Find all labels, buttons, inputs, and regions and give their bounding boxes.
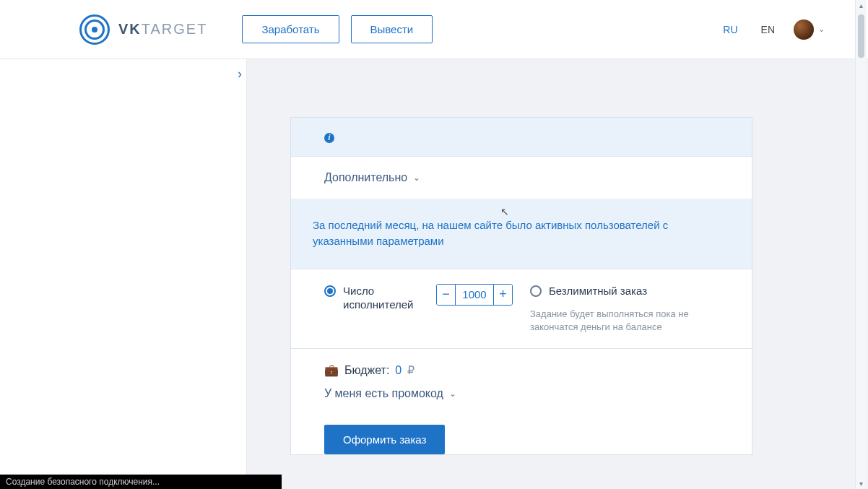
executors-left: Число исполнителей − + [324,284,513,334]
header-right: RU EN ⌄ [719,20,868,40]
user-menu[interactable]: ⌄ [794,20,825,40]
promo-expander[interactable]: У меня есть промокод ⌄ [324,387,456,400]
logo-text: VKTARGET [118,21,207,38]
status-text: Создание безопасного подключения... [6,477,160,487]
scrollbar[interactable]: ▴ ▾ [855,0,867,489]
stats-row: ↖ За последний месяц, на нашем сайте был… [291,199,752,269]
chevron-down-icon: ⌄ [818,25,825,34]
header: VKTARGET Заработать Вывести RU EN ⌄ [0,0,868,59]
promo-label: У меня есть промокод [324,387,443,400]
additional-label: Дополнительно [324,171,407,184]
target-icon [79,14,110,45]
budget-row-wrap: 💼 Бюджет: 0 ₽ У меня есть промокод ⌄ [291,348,752,415]
unlimited-hint: Задание будет выполняться пока не законч… [530,308,719,334]
avatar [794,20,814,40]
lang-ru[interactable]: RU [719,21,742,38]
executors-stepper: − + [436,284,513,306]
earn-button[interactable]: Заработать [242,15,339,43]
scroll-up-icon: ▴ [856,1,867,9]
budget-label: Бюджет: [344,364,389,377]
stats-text: За последний месяц, на нашем сайте было … [313,219,668,248]
executors-input[interactable] [456,285,493,305]
lang-en[interactable]: EN [757,21,779,38]
cursor-icon: ↖ [500,204,509,220]
radio-executors[interactable] [324,285,336,297]
radio-unlimited[interactable] [530,285,542,297]
additional-expander[interactable]: Дополнительно ⌄ [324,171,420,184]
status-bar: Создание безопасного подключения... [0,475,282,489]
submit-button[interactable]: Оформить заказ [324,425,445,454]
body: › i Дополнительно ⌄ ↖ За последний месяц… [0,59,868,489]
stepper-decrement[interactable]: − [437,285,456,305]
ruble-icon: ₽ [407,363,415,377]
chevron-down-icon: ⌄ [449,389,456,399]
executors-label: Число исполнителей [343,284,419,312]
logo[interactable]: VKTARGET [79,14,207,45]
sidebar: › [0,59,247,489]
stepper-increment[interactable]: + [493,285,512,305]
executors-right: Безлимитный заказ Задание будет выполнят… [530,284,719,334]
withdraw-button[interactable]: Вывести [351,15,433,43]
scroll-down-icon: ▾ [856,480,867,488]
order-card: i Дополнительно ⌄ ↖ За последний месяц, … [290,117,752,455]
header-buttons: Заработать Вывести [242,15,433,43]
scroll-thumb[interactable] [858,14,864,58]
unlimited-label: Безлимитный заказ [549,284,647,298]
sidebar-toggle[interactable]: › [238,66,242,82]
main: i Дополнительно ⌄ ↖ За последний месяц, … [247,59,868,489]
additional-row: Дополнительно ⌄ [291,156,752,199]
submit-row: Оформить заказ [291,415,752,454]
wallet-icon: 💼 [324,363,339,377]
budget-value: 0 [395,364,402,377]
info-row: i [291,118,752,156]
info-icon: i [324,133,334,143]
executors-row: Число исполнителей − + Безлими [291,269,752,349]
chevron-down-icon: ⌄ [413,173,420,183]
